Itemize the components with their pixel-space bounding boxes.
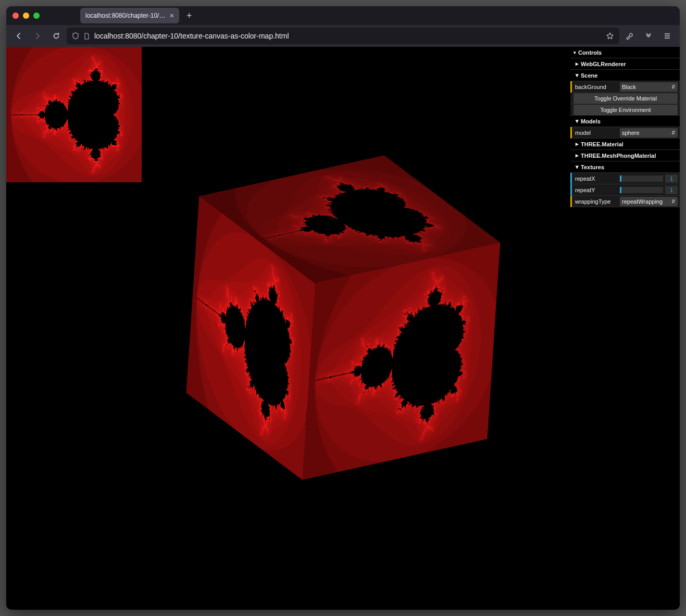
button-label: Toggle Environment [600,107,651,113]
property-label: repeatX [573,175,620,182]
close-tab-icon[interactable]: × [170,11,174,20]
folder-label: Controls [578,49,602,56]
model-property: model sphere ⇵ [570,127,680,139]
repeatx-input[interactable] [665,174,678,183]
back-button[interactable] [10,28,27,44]
minimize-window-button[interactable] [23,12,29,19]
titlebar: localhost:8080/chapter-10/texture-c × + [6,6,680,25]
property-label: wrappingType [573,198,620,205]
controls-panel: ▾ Controls ▸ WebGLRenderer ▾ Scene backG… [570,47,680,207]
folder-label: Textures [581,164,604,170]
repeatx-property: repeatX [570,173,680,184]
webgl-viewport[interactable]: ▾ Controls ▸ WebGLRenderer ▾ Scene backG… [6,47,680,610]
repeaty-input[interactable] [665,186,678,194]
background-property: backGround Black ⇵ [570,81,680,93]
url-toolbar: localhost:8080/chapter-10/texture-canvas… [6,25,680,47]
toggle-override-row: Toggle Override Material [570,93,680,104]
models-folder[interactable]: ▾ Models [570,116,680,127]
overflow-icon[interactable] [640,28,657,44]
model-select[interactable]: sphere ⇵ [620,128,678,137]
devtools-icon[interactable] [621,28,638,44]
url-text: localhost:8080/chapter-10/texture-canvas… [94,32,602,40]
browser-window: localhost:8080/chapter-10/texture-c × + … [6,6,680,610]
new-tab-button[interactable]: + [186,10,192,21]
folder-label: Scene [581,72,597,79]
address-bar[interactable]: localhost:8080/chapter-10/texture-canvas… [67,28,619,44]
property-label: backGround [573,84,620,90]
forward-button[interactable] [29,28,46,44]
repeaty-slider[interactable] [620,187,663,193]
wrappingtype-select[interactable]: repeatWrapping ⇵ [620,197,678,206]
chevron-right-icon: ▸ [576,152,579,159]
controls-folder[interactable]: ▾ Controls [570,47,680,58]
tab-title: localhost:8080/chapter-10/texture-c [85,12,166,19]
textures-folder[interactable]: ▾ Textures [570,161,680,173]
scene-folder[interactable]: ▾ Scene [570,70,680,81]
background-select[interactable]: Black ⇵ [620,82,678,92]
chevron-down-icon: ▾ [576,72,579,79]
toggle-environment-button[interactable]: Toggle Environment [573,105,678,115]
toggle-override-material-button[interactable]: Toggle Override Material [573,93,678,104]
select-caret-icon: ⇵ [671,84,676,90]
wrappingtype-property: wrappingType repeatWrapping ⇵ [570,196,680,207]
chevron-down-icon: ▾ [576,164,579,170]
repeatx-slider[interactable] [620,175,663,182]
reload-button[interactable] [48,28,65,44]
close-window-button[interactable] [13,12,19,19]
folder-label: WebGLRenderer [581,61,626,67]
hamburger-menu-icon[interactable] [659,28,676,44]
select-value: sphere [622,130,640,136]
three-material-folder[interactable]: ▸ THREE.Material [570,139,680,150]
window-controls [13,12,40,19]
webglrenderer-folder[interactable]: ▸ WebGLRenderer [570,58,680,70]
page-icon [83,33,90,40]
texture-preview-canvas [6,47,142,182]
select-value: Black [622,84,636,90]
toggle-env-row: Toggle Environment [570,104,680,116]
property-label: repeatY [573,187,620,193]
chevron-down-icon: ▾ [576,118,579,124]
select-caret-icon: ⇵ [671,199,676,204]
select-value: repeatWrapping [622,198,663,205]
browser-tab[interactable]: localhost:8080/chapter-10/texture-c × [80,8,179,23]
select-caret-icon: ⇵ [671,130,676,135]
maximize-window-button[interactable] [33,12,40,19]
folder-label: Models [581,118,601,124]
repeaty-property: repeatY [570,184,680,196]
property-label: model [573,130,620,136]
chevron-down-icon: ▾ [573,50,576,55]
folder-label: THREE.MeshPhongMaterial [581,153,656,159]
phong-material-folder[interactable]: ▸ THREE.MeshPhongMaterial [570,150,680,161]
chevron-right-icon: ▸ [576,60,579,67]
chevron-right-icon: ▸ [576,141,579,147]
shield-icon [72,32,79,40]
cube-mesh [244,199,442,436]
button-label: Toggle Override Material [594,95,657,102]
folder-label: THREE.Material [581,141,623,147]
bookmark-star-icon[interactable] [606,32,614,40]
